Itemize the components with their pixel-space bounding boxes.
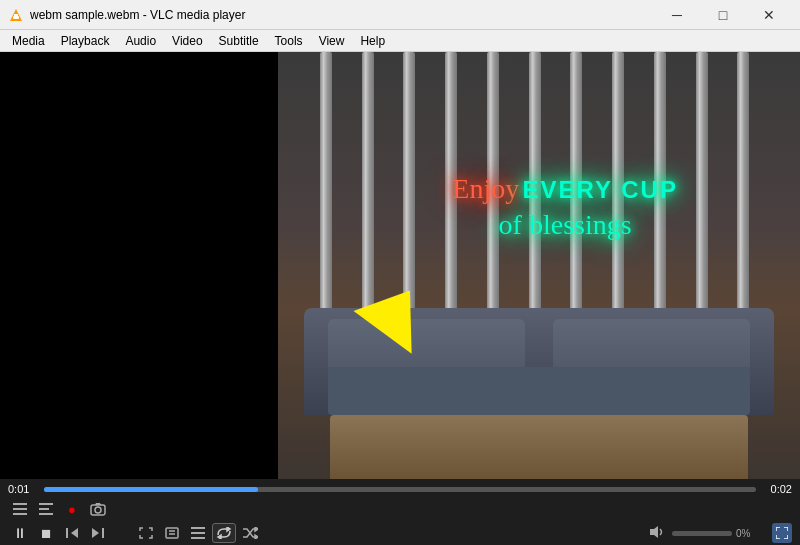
svg-rect-1 [13, 16, 19, 19]
fullscreen-toggle-button[interactable] [134, 523, 158, 543]
svg-rect-7 [39, 508, 49, 510]
svg-marker-13 [92, 528, 99, 538]
svg-marker-25 [650, 526, 658, 538]
menu-media[interactable]: Media [4, 30, 53, 51]
playlist-button[interactable] [186, 523, 210, 543]
title-controls: ─ □ ✕ [654, 0, 792, 30]
progress-container: 0:01 0:02 [0, 479, 800, 497]
random-button[interactable] [238, 523, 262, 543]
title-bar: webm sample.webm - VLC media player ─ □ … [0, 0, 800, 30]
svg-rect-14 [102, 528, 104, 538]
svg-rect-18 [191, 527, 205, 529]
svg-rect-12 [66, 528, 68, 538]
menu-view[interactable]: View [311, 30, 353, 51]
vlc-icon [8, 7, 24, 23]
menu-audio[interactable]: Audio [117, 30, 164, 51]
menu-subtitle[interactable]: Subtitle [211, 30, 267, 51]
svg-rect-2 [14, 14, 18, 16]
video-content[interactable]: Enjoy EVERY CUP of blessings [278, 52, 800, 479]
volume-button[interactable] [648, 525, 668, 542]
svg-point-10 [95, 507, 101, 513]
cafe-background: Enjoy EVERY CUP of blessings [278, 52, 800, 479]
loop-button[interactable] [212, 523, 236, 543]
controls-area: 0:01 0:02 ● [0, 479, 800, 545]
close-button[interactable]: ✕ [746, 0, 792, 30]
svg-marker-22 [218, 535, 221, 539]
menu-help[interactable]: Help [352, 30, 393, 51]
time-current: 0:01 [8, 483, 38, 495]
snapshot-button[interactable] [86, 499, 110, 519]
svg-rect-15 [166, 528, 178, 538]
extended-panel-button[interactable] [160, 523, 184, 543]
neon-blessings-text: of blessings [356, 205, 774, 244]
svg-rect-3 [13, 503, 27, 505]
svg-marker-21 [227, 527, 230, 531]
svg-rect-8 [39, 513, 53, 515]
record-button[interactable]: ● [60, 499, 84, 519]
svg-rect-5 [13, 513, 27, 515]
playlist-toggle-button[interactable] [8, 499, 32, 519]
stop-button[interactable]: ⏹ [34, 523, 58, 543]
video-letterbox-left [0, 52, 278, 479]
prev-button[interactable] [60, 523, 84, 543]
next-button[interactable] [86, 523, 110, 543]
progress-bar-fill [44, 487, 258, 492]
maximize-button[interactable]: □ [700, 0, 746, 30]
pause-button[interactable]: ⏸ [8, 523, 32, 543]
video-area: Enjoy EVERY CUP of blessings [0, 52, 800, 479]
controls-row1: ● [0, 497, 800, 521]
controls-row2: ⏸ ⏹ [0, 521, 800, 545]
window-title: webm sample.webm - VLC media player [30, 8, 654, 22]
fullscreen-button[interactable] [772, 523, 792, 543]
svg-marker-23 [255, 527, 258, 531]
menu-video[interactable]: Video [164, 30, 210, 51]
svg-marker-24 [255, 535, 258, 539]
svg-marker-11 [71, 528, 78, 538]
neon-enjoy-text: Enjoy [452, 173, 519, 204]
video-frame: Enjoy EVERY CUP of blessings [278, 52, 800, 479]
volume-area: 0% [648, 523, 792, 543]
volume-slider[interactable] [672, 531, 732, 536]
metal-strip [320, 52, 332, 351]
svg-rect-19 [191, 532, 205, 534]
svg-rect-4 [13, 508, 27, 510]
progress-bar[interactable] [44, 487, 756, 492]
menu-playback[interactable]: Playback [53, 30, 118, 51]
time-total: 0:02 [762, 483, 792, 495]
svg-rect-20 [191, 537, 205, 539]
extended-settings-button[interactable] [34, 499, 58, 519]
volume-label: 0% [736, 528, 764, 539]
svg-rect-6 [39, 503, 53, 505]
menu-bar: Media Playback Audio Video Subtitle Tool… [0, 30, 800, 52]
neon-sign: Enjoy EVERY CUP of blessings [356, 172, 774, 245]
neon-every-cup-text: EVERY CUP [523, 176, 678, 203]
coffee-table [330, 415, 748, 479]
menu-tools[interactable]: Tools [267, 30, 311, 51]
minimize-button[interactable]: ─ [654, 0, 700, 30]
sofa-seat [328, 367, 751, 415]
